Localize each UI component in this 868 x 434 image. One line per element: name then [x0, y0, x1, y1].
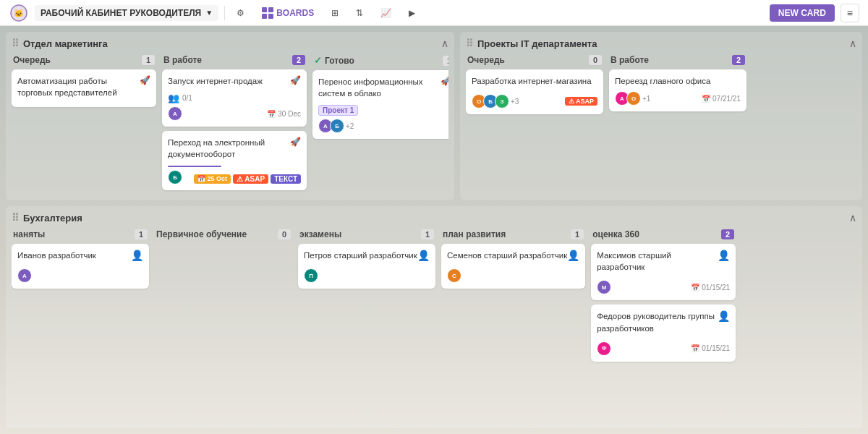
- rocket-icon: 🚀: [290, 75, 301, 85]
- card[interactable]: Перенос информационных систем в облако 🚀…: [312, 70, 448, 139]
- avatar: Б: [168, 170, 182, 184]
- column-title: оценка 360: [592, 229, 639, 239]
- card-title: Максимов старший разработчик: [597, 250, 718, 273]
- card[interactable]: Семенов старший разработчик 👤 С: [441, 244, 585, 289]
- column-header: Первичное обучение 0: [155, 229, 292, 239]
- column-header: план развития 1: [441, 229, 585, 239]
- card-header: Петров старший разработчик 👤: [304, 250, 430, 264]
- list-view-btn[interactable]: ⊞: [326, 5, 344, 21]
- column-it-queue: Очередь 0 Разработка интернет-магазина О…: [466, 55, 603, 119]
- column-it-inwork: В работе 2 Переезд главного офиса А О +1: [609, 55, 746, 119]
- chart-btn[interactable]: 📈: [375, 5, 397, 21]
- avatar-row: С: [447, 268, 579, 283]
- card-title: Разработка интернет-магазина: [472, 75, 592, 87]
- column-header: ✓ Готово 1: [312, 55, 448, 66]
- filter-btn[interactable]: ⇅: [350, 5, 369, 21]
- card[interactable]: Переход на электронный документооборот 🚀…: [162, 131, 307, 190]
- card[interactable]: Автоматизация работы торговых представит…: [12, 69, 156, 107]
- video-btn[interactable]: ▶: [403, 5, 421, 21]
- boards-btn[interactable]: BOARDS: [256, 4, 320, 22]
- column-count: 2: [732, 55, 745, 65]
- calendar-icon: 📅: [702, 95, 710, 103]
- new-card-btn[interactable]: NEW CARD: [770, 4, 835, 22]
- menu-btn[interactable]: ≡: [841, 4, 859, 22]
- card-title: Семенов старший разработчик: [447, 250, 567, 261]
- card-title: Петров старший разработчик: [304, 250, 417, 261]
- card-row: Б 📅 25 Oct ⚠ ASAP ТЕКСТ: [168, 170, 301, 184]
- column-review360: оценка 360 2 Максимов старший разработчи…: [591, 229, 736, 365]
- column-count: 0: [278, 229, 291, 239]
- card[interactable]: Петров старший разработчик 👤 П: [298, 244, 435, 289]
- column-header: Очередь 1: [12, 55, 156, 65]
- column-count: 2: [292, 55, 305, 65]
- column-title: ✓ Готово: [314, 55, 354, 66]
- card[interactable]: Запуск интернет-продаж 🚀 👥 0/1 А: [162, 69, 307, 127]
- avatar-row: А: [168, 106, 182, 121]
- section-accounting-collapse-btn[interactable]: ∧: [849, 212, 856, 224]
- person-icon: 👤: [718, 310, 730, 322]
- column-marketing-done: ✓ Готово 1 Перенос информационных систем…: [312, 55, 448, 195]
- calendar-icon: 📅: [691, 284, 699, 292]
- workspace-title-btn[interactable]: РАБОЧИЙ КАБИНЕТ РУКОВОДИТЕЛЯ ▼: [35, 5, 218, 21]
- section-it-collapse-btn[interactable]: ∧: [849, 38, 856, 49]
- column-header: наняты 1: [12, 229, 149, 239]
- section-marketing: ⠿ Отдел маркетинга ∧ Очередь 1: [6, 32, 454, 200]
- avatar: З: [495, 94, 509, 109]
- list-icon: ⊞: [331, 8, 339, 18]
- section-accounting-header: ⠿ Бухгалтерия ∧: [12, 212, 856, 224]
- avatar: О: [626, 91, 641, 106]
- boards-label: BOARDS: [276, 8, 314, 18]
- person-icon: 👤: [417, 250, 430, 261]
- section-accounting: ⠿ Бухгалтерия ∧ наняты 1 Иванов разработ…: [6, 206, 862, 428]
- subtask-count: 0/1: [182, 94, 192, 102]
- gear-icon: ⚙: [237, 8, 244, 18]
- column-training: Первичное обучение 0: [155, 229, 292, 365]
- card-title: Автоматизация работы торговых представит…: [17, 75, 140, 98]
- column-header: Очередь 0: [466, 55, 603, 65]
- asap-tag: ⚠ ASAP: [565, 97, 597, 106]
- settings-btn[interactable]: ⚙: [231, 5, 250, 21]
- asap-tag: ⚠ ASAP: [233, 174, 268, 184]
- avatar: М: [597, 280, 611, 294]
- column-marketing-inwork: В работе 2 Запуск интернет-продаж 🚀 👥: [162, 55, 307, 195]
- column-header: В работе 2: [609, 55, 746, 65]
- card-icon-top: Автоматизация работы торговых представит…: [17, 75, 150, 101]
- avatar-row: А: [17, 268, 143, 283]
- card-title: Запуск интернет-продаж: [168, 75, 263, 87]
- accounting-columns-row: наняты 1 Иванов разработчик 👤 А: [12, 229, 856, 365]
- top-sections-row: ⠿ Отдел маркетинга ∧ Очередь 1: [6, 32, 862, 200]
- card-footer: О Б З +3 ⚠ ASAP: [472, 94, 597, 109]
- column-title: Очередь: [467, 55, 505, 65]
- section-it: ⠿ Проекты IT департамента ∧ Очередь 0: [460, 32, 862, 200]
- card-footer: Ф 📅 01/15/21: [597, 341, 730, 356]
- main-content: ⠿ Отдел маркетинга ∧ Очередь 1: [0, 26, 868, 434]
- card-title: Федоров руководитель группы разработчико…: [597, 310, 718, 333]
- card-title: Перенос информационных систем в облако: [318, 76, 441, 99]
- avatar-count: +2: [346, 122, 354, 130]
- card[interactable]: Разработка интернет-магазина О Б З +3 ⚠ …: [466, 69, 603, 114]
- person-icon: 👤: [567, 250, 579, 261]
- person-icon: 👤: [131, 250, 143, 261]
- column-count: 1: [443, 56, 448, 66]
- avatar-count: +3: [511, 98, 519, 106]
- card[interactable]: Переезд главного офиса А О +1 📅 07/21/21: [609, 69, 746, 111]
- section-marketing-collapse-btn[interactable]: ∧: [441, 38, 448, 49]
- column-count: 1: [135, 229, 148, 239]
- calendar-icon: 📅: [691, 344, 699, 352]
- app-logo: 🐱: [9, 3, 29, 23]
- avatar-row: Б: [168, 170, 182, 184]
- chart-icon: 📈: [380, 8, 391, 18]
- column-title: план развития: [443, 229, 506, 239]
- column-title: наняты: [13, 229, 45, 239]
- card[interactable]: Максимов старший разработчик 👤 М 📅 01/15…: [591, 244, 736, 300]
- card[interactable]: Федоров руководитель группы разработчико…: [591, 305, 736, 361]
- calendar-icon: 📅: [267, 110, 276, 118]
- column-exams: экзамены 1 Петров старший разработчик 👤 …: [298, 229, 435, 365]
- card-date: 📅 01/15/21: [691, 284, 730, 292]
- card-date: 📅 07/21/21: [702, 95, 741, 103]
- card[interactable]: Иванов разработчик 👤 А: [12, 244, 149, 289]
- avatar: А: [17, 268, 32, 283]
- avatar-count: +1: [642, 95, 650, 103]
- card-header: Семенов старший разработчик 👤: [447, 250, 579, 264]
- column-development-plan: план развития 1 Семенов старший разработ…: [441, 229, 585, 365]
